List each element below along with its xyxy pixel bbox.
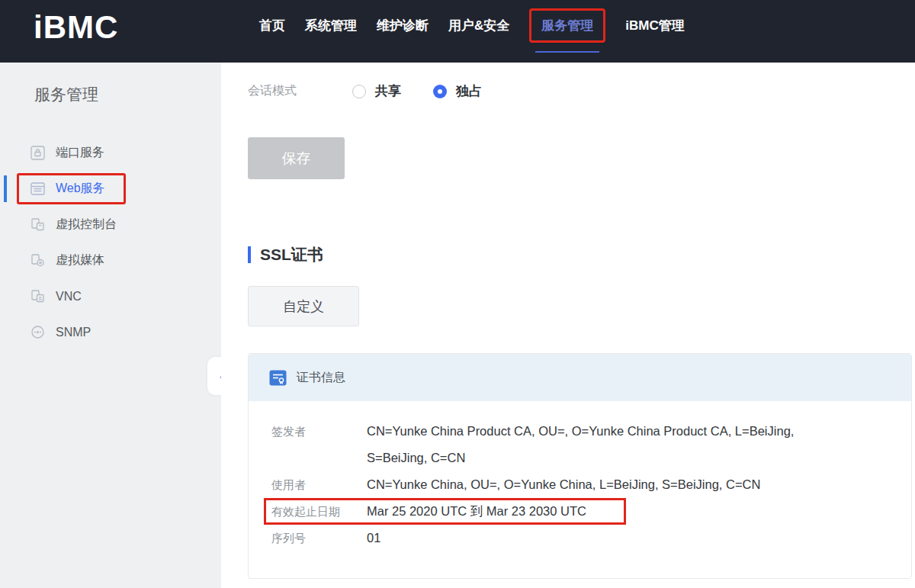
sidebar-item-label: SNMP	[56, 326, 91, 339]
main-content: 会话模式 共享 独占 保存 SSL证书 自定义	[221, 63, 915, 588]
section-accent-bar	[248, 246, 251, 263]
sidebar-item-virtual-console[interactable]: 虚拟控制台	[0, 207, 221, 243]
nav-item-service[interactable]: 服务管理	[541, 18, 593, 33]
sidebar-item-label: VNC	[56, 290, 82, 304]
vnc-icon	[30, 289, 45, 304]
cert-field-value: Mar 25 2020 UTC 到 Mar 23 2030 UTC	[367, 498, 586, 525]
sidebar-item-snmp[interactable]: SNMP	[0, 314, 221, 350]
ssl-section-header: SSL证书	[248, 244, 323, 265]
port-services-icon	[30, 146, 45, 160]
cert-field-value: CN=Yunke China, OU=, O=Yunke China, L=Be…	[367, 471, 760, 498]
cert-row-serial: 序列号 01	[271, 525, 911, 551]
snmp-icon	[30, 325, 45, 339]
web-services-icon	[30, 182, 45, 196]
radio-selected-icon[interactable]	[433, 85, 447, 98]
radio-option-shared[interactable]: 共享	[352, 82, 401, 100]
cert-field-label: 有效起止日期	[271, 498, 367, 525]
cert-field-label: 签发者	[271, 418, 367, 471]
sidebar-item-web-services[interactable]: Web服务	[0, 171, 221, 207]
cert-row-validity: 有效起止日期 Mar 25 2020 UTC 到 Mar 23 2030 UTC	[271, 498, 911, 525]
sidebar-item-vnc[interactable]: VNC	[0, 278, 221, 314]
cert-row-issuer: 签发者 CN=Yunke China Product CA, OU=, O=Yu…	[271, 418, 911, 471]
radio-option-label: 独占	[456, 82, 482, 100]
active-nav-underline	[535, 51, 599, 53]
nav-item-service-wrap: 服务管理	[529, 8, 605, 43]
sidebar-item-label: Web服务	[56, 181, 105, 197]
ibmc-app: iBMC 首页 系统管理 维护诊断 用户&安全 服务管理 iBMC管理 服务管理	[0, 0, 915, 588]
radio-unselected-icon[interactable]	[352, 85, 366, 98]
sidebar-item-label: 虚拟控制台	[56, 217, 117, 233]
virtual-media-icon	[30, 253, 45, 268]
radio-option-label: 共享	[375, 82, 401, 100]
sidebar-item-virtual-media[interactable]: 虚拟媒体	[0, 243, 221, 278]
cert-row-subject: 使用者 CN=Yunke China, OU=, O=Yunke China, …	[271, 471, 911, 498]
certificate-panel-title: 证书信息	[297, 370, 345, 386]
cert-field-value: 01	[367, 525, 380, 551]
ibmc-logo: iBMC	[34, 9, 118, 46]
top-nav: 首页 系统管理 维护诊断 用户&安全 服务管理 iBMC管理	[259, 0, 685, 50]
sidebar-title: 服务管理	[34, 84, 98, 105]
sidebar-item-label: 端口服务	[56, 145, 104, 161]
cert-field-label: 使用者	[271, 471, 367, 498]
session-mode-label: 会话模式	[248, 83, 352, 99]
nav-item-home[interactable]: 首页	[259, 17, 285, 34]
sidebar-item-label: 虚拟媒体	[56, 252, 104, 268]
active-item-indicator-bar	[4, 175, 7, 202]
cert-field-label: 序列号	[271, 525, 367, 551]
certificate-info-panel: 证书信息 签发者 CN=Yunke China Product CA, OU=,…	[248, 353, 912, 579]
nav-item-user-security[interactable]: 用户&安全	[448, 17, 509, 34]
nav-item-ibmc-mgmt[interactable]: iBMC管理	[625, 17, 684, 34]
session-mode-radio-group: 共享 独占	[352, 82, 482, 100]
virtual-console-icon	[30, 217, 45, 232]
save-button[interactable]: 保存	[248, 137, 345, 179]
sidebar-item-port-services[interactable]: 端口服务	[0, 135, 221, 171]
session-mode-row: 会话模式 共享 独占	[248, 82, 482, 100]
certificate-details: 签发者 CN=Yunke China Product CA, OU=, O=Yu…	[249, 401, 911, 551]
annotation-box-nav: 服务管理	[529, 8, 605, 43]
top-header: iBMC 首页 系统管理 维护诊断 用户&安全 服务管理 iBMC管理	[0, 0, 915, 63]
sidebar: 服务管理 端口服务 Web服务	[0, 63, 221, 588]
cert-field-value: CN=Yunke China Product CA, OU=, O=Yunke …	[367, 418, 794, 471]
certificate-panel-header: 证书信息	[249, 354, 911, 401]
nav-item-maintenance[interactable]: 维护诊断	[377, 17, 429, 34]
radio-option-exclusive[interactable]: 独占	[433, 82, 482, 100]
nav-item-system[interactable]: 系统管理	[305, 17, 357, 34]
ssl-section-title: SSL证书	[260, 244, 323, 265]
sidebar-items: 端口服务 Web服务 虚拟控制台	[0, 135, 221, 350]
certificate-icon	[269, 369, 287, 387]
customize-button[interactable]: 自定义	[248, 286, 359, 326]
